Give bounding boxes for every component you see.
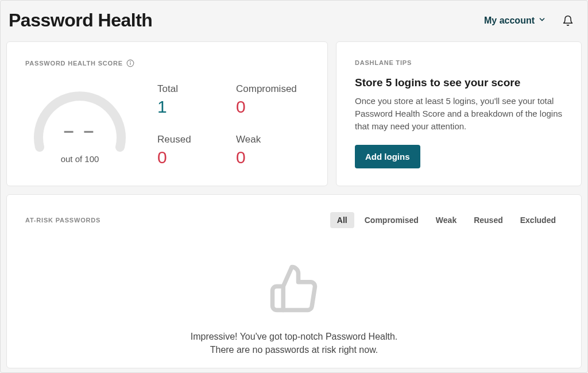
account-dropdown[interactable]: My account (484, 16, 546, 26)
risk-tabs: All Compromised Weak Reused Excluded (330, 212, 563, 228)
score-sub: out of 100 (61, 154, 99, 164)
score-card: PASSWORD HEALTH SCORE – – out of 100 (6, 41, 328, 186)
tips-body: Once you store at least 5 logins, you'll… (355, 95, 563, 132)
tab-weak[interactable]: Weak (429, 212, 463, 228)
stat-value: 0 (236, 97, 309, 117)
bell-icon[interactable] (562, 15, 574, 26)
tab-reused[interactable]: Reused (467, 212, 510, 228)
stat-label: Compromised (236, 83, 309, 95)
stat-label: Reused (157, 134, 230, 145)
add-logins-button[interactable]: Add logins (355, 145, 420, 168)
score-value: – – (25, 120, 134, 141)
empty-line-2: There are no passwords at risk right now… (191, 344, 398, 356)
svg-point-2 (130, 61, 131, 62)
stat-reused[interactable]: Reused 0 (157, 134, 230, 167)
score-gauge: – – (25, 75, 134, 153)
thumbsup-icon (268, 263, 320, 314)
tab-compromised[interactable]: Compromised (358, 212, 425, 228)
score-label: PASSWORD HEALTH SCORE (25, 60, 123, 67)
tab-excluded[interactable]: Excluded (513, 212, 563, 228)
chevron-down-icon (538, 16, 546, 26)
empty-line-1: Impressive! You've got top-notch Passwor… (191, 330, 398, 343)
tips-label: DASHLANE TIPS (355, 59, 563, 66)
tab-all[interactable]: All (330, 212, 354, 228)
stat-weak[interactable]: Weak 0 (236, 134, 309, 167)
stat-value: 0 (236, 148, 309, 167)
risk-card: AT-RISK PASSWORDS All Compromised Weak R… (6, 194, 582, 368)
tips-title: Store 5 logins to see your score (355, 76, 563, 89)
stat-value: 1 (157, 97, 230, 117)
stat-label: Total (157, 83, 230, 95)
account-label: My account (484, 16, 535, 26)
risk-label: AT-RISK PASSWORDS (25, 217, 100, 224)
stat-compromised[interactable]: Compromised 0 (236, 83, 309, 117)
info-icon[interactable] (126, 59, 134, 67)
stat-total[interactable]: Total 1 (157, 83, 230, 117)
stat-label: Weak (236, 134, 309, 145)
stat-value: 0 (157, 148, 230, 167)
tips-card: DASHLANE TIPS Store 5 logins to see your… (336, 41, 582, 186)
page-title: Password Health (9, 10, 152, 31)
